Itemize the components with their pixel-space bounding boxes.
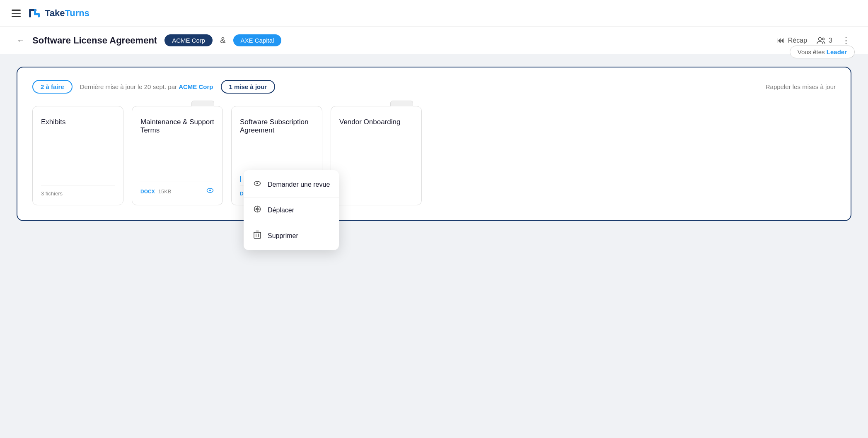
page-title: Software License Agreement <box>32 35 157 46</box>
doc-card-exhibits[interactable]: Exhibits 3 fichiers <box>32 106 123 205</box>
doc-maintenance-eye-icon[interactable] <box>206 186 214 197</box>
doc-maintenance-size: 15KB <box>158 188 172 195</box>
last-update-by[interactable]: ACME Corp <box>179 83 213 90</box>
context-menu-item-delete[interactable]: Supprimer <box>244 225 339 247</box>
doc-exhibits-footer: 3 fichiers <box>41 185 115 197</box>
svg-point-10 <box>256 183 258 184</box>
ampersand: & <box>220 36 225 45</box>
doc-card-vendor[interactable]: Vendor Onboarding <box>331 106 422 205</box>
leader-prefix: Vous êtes <box>798 48 827 55</box>
party1-badge[interactable]: ACME Corp <box>164 34 213 46</box>
leader-role: Leader <box>827 48 847 55</box>
logo-take: Take <box>45 8 65 18</box>
recap-label: Récap <box>788 37 807 44</box>
doc-vendor-tab <box>390 101 413 106</box>
main-content: 2 à faire Dernière mise à jour le 20 sep… <box>0 54 868 233</box>
context-delete-label: Supprimer <box>268 232 298 240</box>
context-menu: Demander une revue Déplacer <box>244 170 339 250</box>
delete-icon <box>253 231 262 241</box>
svg-rect-4 <box>38 13 40 17</box>
doc-maintenance-tab <box>191 101 214 106</box>
logo: TakeTurns <box>27 6 89 21</box>
recap-button[interactable]: ⏮ Récap <box>776 36 807 45</box>
doc-card-maintenance[interactable]: Maintenance & Support Terms DOCX 15KB <box>132 106 223 205</box>
context-divider-1 <box>244 197 339 197</box>
back-button[interactable]: ← <box>17 36 25 45</box>
card-toolbar: 2 à faire Dernière mise à jour le 20 sep… <box>32 80 836 94</box>
logo-turns: Turns <box>65 8 89 18</box>
context-menu-item-move[interactable]: Déplacer <box>244 199 339 221</box>
svg-point-5 <box>819 37 822 40</box>
review-icon <box>253 179 262 190</box>
context-review-label: Demander une revue <box>268 181 330 188</box>
toolbar-text: Dernière mise à jour le 20 sept. par ACM… <box>80 83 213 90</box>
doc-exhibits-files: 3 fichiers <box>41 190 63 197</box>
party2-badge[interactable]: AXE Capital <box>233 34 282 46</box>
context-divider-2 <box>244 223 339 223</box>
top-nav: TakeTurns <box>0 0 868 27</box>
users-button[interactable]: 3 <box>816 36 832 46</box>
logo-icon <box>27 6 42 21</box>
leader-badge-wrap: Vous êtes Leader <box>790 46 855 58</box>
docs-grid: Exhibits 3 fichiers Maintenance & Suppor… <box>32 106 836 205</box>
svg-rect-15 <box>254 232 261 238</box>
todo-badge[interactable]: 2 à faire <box>32 80 73 94</box>
doc-vendor-title: Vendor Onboarding <box>339 118 413 197</box>
doc-maintenance-title: Maintenance & Support Terms <box>140 118 214 181</box>
context-move-label: Déplacer <box>268 207 294 214</box>
hamburger-menu[interactable] <box>12 10 21 17</box>
svg-point-6 <box>822 38 824 40</box>
doc-software-title: Software Subscription Agreement <box>240 118 314 176</box>
doc-maintenance-docx: DOCX <box>140 189 155 195</box>
recap-icon: ⏮ <box>776 36 785 45</box>
svg-point-8 <box>209 190 211 191</box>
context-menu-item-review[interactable]: Demander une revue <box>244 173 339 195</box>
move-icon <box>253 205 262 215</box>
last-update-text: Dernière mise à jour le 20 sept. par <box>80 83 179 90</box>
update-badge[interactable]: 1 mise à jour <box>221 80 276 94</box>
remind-button[interactable]: Rappeler les mises à jour <box>766 83 836 90</box>
users-count: 3 <box>829 37 832 44</box>
more-button[interactable]: ⋮ <box>841 35 851 46</box>
leader-badge: Vous êtes Leader <box>790 46 855 58</box>
doc-maintenance-footer: DOCX 15KB <box>140 181 214 197</box>
sub-header: ← Software License Agreement ACME Corp &… <box>0 27 868 54</box>
card-container: 2 à faire Dernière mise à jour le 20 sep… <box>17 67 851 221</box>
users-icon <box>816 36 826 46</box>
sub-header-right: ⏮ Récap 3 ⋮ <box>776 35 851 46</box>
doc-exhibits-title: Exhibits <box>41 118 115 185</box>
